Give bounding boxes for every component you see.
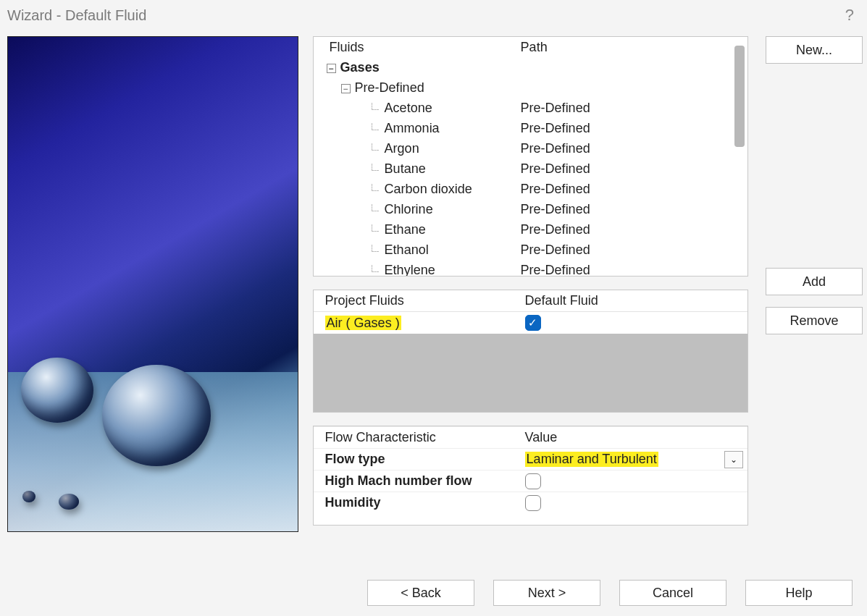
flow-value: Laminar and Turbulent xyxy=(525,452,658,467)
project-fluids-header-col1: Project Fluids xyxy=(314,293,522,308)
flow-label: Humidity xyxy=(314,495,522,510)
project-fluids-header-col2: Default Fluid xyxy=(522,293,747,308)
fluid-item-row[interactable]: ArgonPre-Defined xyxy=(314,138,747,159)
scrollbar-thumb[interactable] xyxy=(734,46,745,147)
fluid-item-name: Argon xyxy=(385,141,419,156)
tree-branch-icon xyxy=(372,204,379,211)
fluid-item-row[interactable]: AcetonePre-Defined xyxy=(314,98,747,118)
flow-header-col2: Value xyxy=(522,430,747,445)
fluid-item-name: Butane xyxy=(385,161,426,176)
tree-branch-icon xyxy=(372,184,379,191)
fluid-item-row[interactable]: ChlorinePre-Defined xyxy=(314,199,747,219)
flow-checkbox[interactable] xyxy=(525,495,541,511)
flow-characteristic-panel: Flow Characteristic Value Flow typeLamin… xyxy=(313,426,748,526)
fluid-item-row[interactable]: EthanePre-Defined xyxy=(314,219,747,240)
tree-branch-icon xyxy=(372,224,379,232)
help-icon[interactable]: ? xyxy=(845,6,854,25)
default-fluid-checkbox[interactable]: ✓ xyxy=(525,315,541,331)
flow-row: Humidity xyxy=(314,491,747,513)
fluids-subcategory-row[interactable]: −Pre-Defined xyxy=(314,77,747,98)
fluids-header-col1: Fluids xyxy=(314,40,518,55)
next-button[interactable]: Next > xyxy=(493,580,600,606)
cancel-button[interactable]: Cancel xyxy=(619,580,726,606)
fluid-item-path: Pre-Defined xyxy=(518,222,747,237)
tree-branch-icon xyxy=(372,265,379,272)
collapse-icon[interactable]: − xyxy=(327,64,336,73)
help-button[interactable]: Help xyxy=(745,580,853,606)
fluid-item-name: Chlorine xyxy=(385,202,433,216)
flow-checkbox[interactable] xyxy=(525,473,541,489)
fluid-item-row[interactable]: EthylenePre-Defined xyxy=(314,260,747,277)
collapse-icon[interactable]: − xyxy=(341,84,351,93)
fluids-tree-panel: Fluids Path −Gases −Pre-Defined AcetoneP… xyxy=(313,36,748,277)
fluid-item-path: Pre-Defined xyxy=(518,242,747,258)
fluid-item-row[interactable]: Carbon dioxidePre-Defined xyxy=(314,179,747,199)
fluid-item-name: Ethanol xyxy=(385,242,429,257)
fluid-item-path: Pre-Defined xyxy=(518,202,747,217)
back-button[interactable]: < Back xyxy=(367,580,474,606)
fluid-item-row[interactable]: ButanePre-Defined xyxy=(314,159,747,179)
fluid-item-name: Ethane xyxy=(385,222,426,237)
flow-row: Flow typeLaminar and Turbulent⌄ xyxy=(314,448,747,470)
fluids-category-label: Gases xyxy=(340,60,380,75)
fluids-header-col2: Path xyxy=(518,40,747,55)
fluid-item-path: Pre-Defined xyxy=(518,101,747,116)
tree-branch-icon xyxy=(372,164,379,171)
flow-row: High Mach number flow xyxy=(314,470,747,491)
flow-label: High Mach number flow xyxy=(314,473,522,489)
tree-branch-icon xyxy=(372,143,379,151)
fluid-item-name: Ethylene xyxy=(385,263,435,277)
fluid-item-path: Pre-Defined xyxy=(518,121,747,136)
fluids-subcategory-label: Pre-Defined xyxy=(355,80,424,95)
tree-branch-icon xyxy=(372,123,379,130)
fluid-item-path: Pre-Defined xyxy=(518,141,747,156)
fluid-item-name: Acetone xyxy=(385,101,432,115)
project-fluid-row[interactable]: Air ( Gases ) ✓ xyxy=(314,312,747,334)
new-button[interactable]: New... xyxy=(766,36,863,64)
flow-label: Flow type xyxy=(314,452,522,467)
tree-branch-icon xyxy=(372,245,379,252)
chevron-down-icon[interactable]: ⌄ xyxy=(724,451,743,468)
fluids-category-row[interactable]: −Gases xyxy=(314,57,747,77)
project-fluid-name: Air ( Gases ) xyxy=(325,316,401,330)
fluid-item-row[interactable]: EthanolPre-Defined xyxy=(314,240,747,260)
remove-button[interactable]: Remove xyxy=(766,307,863,334)
project-fluids-panel: Project Fluids Default Fluid Air ( Gases… xyxy=(313,290,748,413)
fluid-item-name: Carbon dioxide xyxy=(385,182,472,196)
tree-branch-icon xyxy=(372,103,379,110)
fluid-item-path: Pre-Defined xyxy=(518,263,747,277)
fluids-scrollbar[interactable] xyxy=(733,40,746,273)
fluid-item-path: Pre-Defined xyxy=(518,182,747,197)
fluid-item-row[interactable]: AmmoniaPre-Defined xyxy=(314,118,747,138)
wizard-image xyxy=(7,36,298,532)
fluid-item-name: Ammonia xyxy=(385,121,440,135)
fluid-item-path: Pre-Defined xyxy=(518,161,747,177)
dialog-title: Wizard - Default Fluid xyxy=(7,7,146,24)
add-button[interactable]: Add xyxy=(766,268,863,295)
flow-header-col1: Flow Characteristic xyxy=(314,430,522,445)
